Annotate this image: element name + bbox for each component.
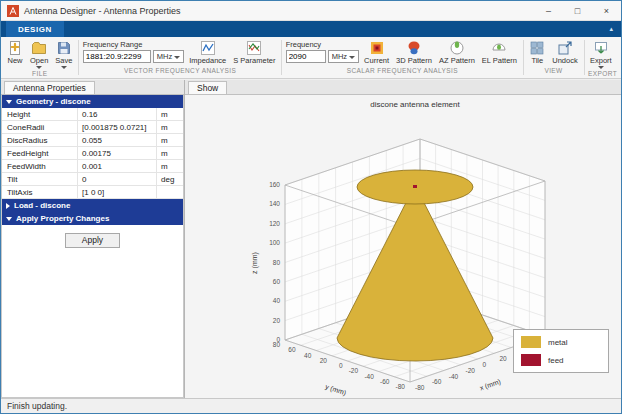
feed-point: [413, 185, 417, 188]
tile-button[interactable]: Tile: [527, 39, 547, 66]
dropdown-caret-icon: [174, 56, 180, 59]
property-value[interactable]: [1 0 0]: [78, 186, 157, 198]
s-parameter-icon: [246, 40, 262, 56]
save-icon: [56, 40, 72, 56]
svg-text:140: 140: [269, 200, 280, 207]
el-pattern-button[interactable]: EL Pattern: [480, 39, 519, 66]
view-section: Tile Undock VIEW: [523, 37, 583, 78]
statusbar: Finish updating.: [1, 398, 621, 413]
svg-text:-40: -40: [449, 373, 459, 380]
pattern-3d-button[interactable]: 3D Pattern: [394, 39, 434, 66]
app-window: Antenna Designer - Antenna Properties – …: [0, 0, 622, 414]
dropdown-caret-icon: [349, 56, 355, 59]
property-name: Tilt: [2, 173, 78, 185]
impedance-button[interactable]: Impedance: [187, 39, 228, 66]
frequency-range-input[interactable]: [83, 50, 151, 63]
undock-button[interactable]: Undock: [550, 39, 579, 66]
pattern-3d-button-label: 3D Pattern: [396, 56, 432, 65]
frequency-label: Frequency: [286, 40, 359, 50]
svg-text:-80: -80: [415, 384, 425, 391]
svg-text:20: 20: [273, 317, 281, 324]
s-parameter-button[interactable]: S Parameter: [231, 39, 277, 66]
apply-row: Apply: [2, 225, 183, 252]
legend-swatch: [521, 354, 541, 366]
frequency-range-group: Frequency Range MHz: [83, 39, 184, 63]
property-unit: m: [157, 136, 183, 145]
geometry-section-header[interactable]: Geometry - discone: [2, 95, 183, 108]
svg-text:-40: -40: [364, 373, 374, 380]
property-value[interactable]: 0.00175: [78, 147, 157, 159]
load-header-label: Load - discone: [14, 201, 70, 210]
x-axis-label: x (mm): [479, 378, 502, 393]
new-button[interactable]: New: [5, 39, 25, 66]
vector-analysis-section: Frequency Range MHz Impedance S: [79, 37, 282, 78]
maximize-button[interactable]: □: [563, 1, 592, 20]
export-section-label: EXPORT: [584, 70, 621, 78]
frequency-range-unit-dropdown[interactable]: MHz: [153, 50, 184, 63]
new-button-label: New: [7, 56, 22, 65]
property-value[interactable]: 0: [78, 173, 157, 185]
property-unit: m: [157, 123, 183, 132]
svg-text:-60: -60: [380, 378, 390, 385]
frequency-range-label: Frequency Range: [83, 40, 184, 50]
current-button[interactable]: Current: [362, 39, 391, 66]
dropdown-caret-icon: [36, 66, 42, 69]
dropdown-caret-icon: [598, 66, 604, 69]
property-value[interactable]: [0.001875 0.0721]: [78, 121, 157, 133]
apply-button[interactable]: Apply: [65, 233, 120, 248]
svg-text:-20: -20: [349, 367, 359, 374]
apply-section-header[interactable]: Apply Property Changes: [2, 212, 183, 225]
app-icon: [7, 5, 19, 17]
export-button-label: Export: [590, 56, 612, 65]
tab-antenna-properties[interactable]: Antenna Properties: [4, 81, 95, 94]
legend-label: metal: [548, 338, 568, 347]
minimize-button[interactable]: –: [534, 1, 563, 20]
svg-text:20: 20: [499, 355, 507, 362]
ribbon-collapse-icon[interactable]: ▴: [609, 25, 613, 33]
svg-text:40: 40: [304, 352, 312, 359]
legend-swatch: [521, 336, 541, 348]
open-button[interactable]: Open: [28, 39, 50, 70]
property-row-feedheight: FeedHeight 0.00175 m: [2, 147, 183, 160]
current-icon: [369, 40, 385, 56]
property-unit: m: [157, 110, 183, 119]
legend-label: feed: [548, 356, 564, 365]
property-row-tiltaxis: TiltAxis [1 0 0]: [2, 186, 183, 199]
legend-entry: feed: [521, 354, 601, 366]
open-button-label: Open: [30, 56, 48, 65]
frequency-unit-dropdown[interactable]: MHz: [328, 50, 359, 63]
svg-text:160: 160: [269, 181, 280, 188]
property-unit: m: [157, 162, 183, 171]
property-name: Height: [2, 108, 78, 120]
collapse-arrow-icon: [6, 100, 12, 104]
new-icon: [7, 40, 23, 56]
frequency-group: Frequency MHz: [286, 39, 359, 63]
save-button[interactable]: Save: [53, 39, 74, 70]
y-axis-label: y (mm): [324, 383, 347, 398]
file-section-label: FILE: [1, 70, 78, 78]
vector-section-label: VECTOR FREQUENCY ANALYSIS: [79, 67, 282, 78]
property-value[interactable]: 0.16: [78, 108, 157, 120]
z-axis-label: z (mm): [251, 252, 259, 274]
property-row-feedwidth: FeedWidth 0.001 m: [2, 160, 183, 173]
close-button[interactable]: ×: [592, 1, 621, 20]
scalar-analysis-section: Frequency MHz Current 3D Pattern: [282, 37, 523, 78]
tile-button-label: Tile: [531, 56, 543, 65]
export-icon: [593, 40, 609, 56]
az-pattern-button[interactable]: AZ Pattern: [437, 39, 477, 66]
tab-design[interactable]: DESIGN: [6, 21, 64, 37]
property-name: TiltAxis: [2, 186, 78, 198]
property-value[interactable]: 0.001: [78, 160, 157, 172]
svg-text:0: 0: [483, 361, 487, 368]
undock-icon: [557, 40, 573, 56]
pattern-3d-icon: [406, 40, 422, 56]
frequency-input[interactable]: [286, 50, 326, 63]
svg-text:60: 60: [288, 346, 296, 353]
load-section-header[interactable]: Load - discone: [2, 199, 183, 212]
svg-text:40: 40: [273, 297, 281, 304]
collapse-arrow-icon: [6, 217, 12, 221]
property-value[interactable]: 0.055: [78, 134, 157, 146]
property-name: FeedWidth: [2, 160, 78, 172]
export-button[interactable]: Export: [588, 39, 614, 70]
tab-show[interactable]: Show: [188, 81, 227, 94]
